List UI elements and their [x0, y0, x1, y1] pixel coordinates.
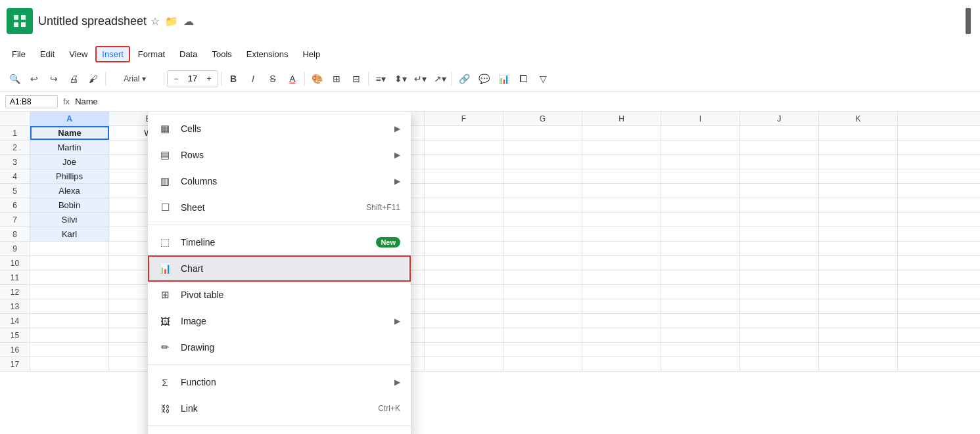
sheet-container: A B C D E F G H I J K 1NameW2Martin3Joe4… [0, 112, 980, 434]
insert-menu-item-checkbox[interactable]: ☑Checkbox [148, 430, 411, 434]
redo-btn[interactable]: ↪ [45, 70, 63, 88]
insert-menu-item-drawing[interactable]: ✏Drawing [148, 334, 411, 360]
pivot-label: Pivot table [181, 290, 400, 300]
image-label: Image [181, 316, 385, 326]
sheet-shortcut: Shift+F11 [366, 203, 400, 212]
font-size-value[interactable]: 17 [183, 74, 202, 83]
menu-divider [148, 425, 411, 426]
function-icon: Σ [158, 377, 172, 388]
menu-view[interactable]: View [62, 47, 94, 62]
divider-3 [221, 72, 222, 85]
wrap-btn[interactable]: ↵▾ [411, 70, 429, 88]
menu-tools[interactable]: Tools [205, 47, 238, 62]
timeline-label: Timeline [181, 237, 367, 248]
link-label: Link [181, 403, 369, 414]
insert-menu-item-function[interactable]: ΣFunction▶ [148, 369, 411, 395]
insert-menu-item-link[interactable]: ⛓LinkCtrl+K [148, 395, 411, 422]
paint-format-btn[interactable]: 🖌 [84, 70, 103, 88]
menu-help[interactable]: Help [296, 47, 327, 62]
rotate-btn[interactable]: ↗▾ [431, 70, 449, 88]
svg-rect-1 [21, 15, 26, 20]
comment-btn[interactable]: 💬 [475, 70, 493, 88]
font-dropdown[interactable]: Arial ▾ [108, 70, 161, 88]
dropdown-overlay: ▦Cells▶▤Rows▶▥Columns▶☐SheetShift+F11⬚Ti… [0, 112, 980, 434]
fx-icon: fx [63, 97, 70, 106]
insert-dropdown-menu: ▦Cells▶▤Rows▶▥Columns▶☐SheetShift+F11⬚Ti… [148, 112, 411, 434]
sheet-icon: ☐ [158, 202, 172, 213]
insert-menu-item-chart[interactable]: 📊Chart [148, 255, 411, 282]
title-area: Untitled spreadsheet ☆ 📁 ☁ [38, 14, 497, 28]
profile-area [966, 8, 971, 34]
insert-menu-item-cells[interactable]: ▦Cells▶ [148, 116, 411, 142]
divider-1 [105, 72, 106, 85]
star-icon[interactable]: ☆ [151, 15, 160, 28]
menu-divider [148, 225, 411, 225]
divider-2 [164, 72, 164, 85]
insert-menu-item-image[interactable]: 🖼Image▶ [148, 308, 411, 334]
chart-label: Chart [181, 263, 400, 274]
formula-bar: A1:B8 fx Name [0, 92, 980, 112]
menu-file[interactable]: File [5, 47, 32, 62]
function-arrow: ▶ [394, 378, 400, 387]
insert-menu-item-rows[interactable]: ▤Rows▶ [148, 142, 411, 168]
italic-btn[interactable]: I [244, 70, 262, 88]
insert-menu-item-timeline[interactable]: ⬚TimelineNew [148, 229, 411, 255]
borders-btn[interactable]: ⊞ [327, 70, 346, 88]
font-size-box: − 17 + [167, 70, 218, 87]
divider-4 [304, 72, 305, 85]
font-size-increase[interactable]: + [203, 73, 215, 85]
menu-extensions[interactable]: Extensions [240, 47, 295, 62]
timeline-icon: ⬚ [158, 236, 172, 248]
function-label: Function [181, 377, 385, 387]
chart-btn[interactable]: 📊 [494, 70, 513, 88]
menu-divider [148, 364, 411, 365]
undo-btn[interactable]: ↩ [25, 70, 43, 88]
sheet-label: Sheet [181, 202, 357, 213]
title-icons: ☆ 📁 ☁ [151, 15, 194, 28]
columns-arrow: ▶ [394, 177, 400, 186]
menu-edit[interactable]: Edit [34, 47, 61, 62]
svg-rect-2 [14, 22, 18, 27]
image-icon: 🖼 [158, 316, 172, 327]
bold-btn[interactable]: B [224, 70, 243, 88]
cloud-icon[interactable]: ☁ [183, 15, 194, 28]
cell-ref[interactable]: A1:B8 [5, 95, 58, 108]
columns-label: Columns [181, 176, 385, 186]
insert-menu-item-columns[interactable]: ▥Columns▶ [148, 168, 411, 194]
insert-menu-item-sheet[interactable]: ☐SheetShift+F11 [148, 194, 411, 221]
fill-color-btn[interactable]: 🎨 [308, 70, 326, 88]
rows-arrow: ▶ [394, 150, 400, 160]
insert-menu-item-pivot[interactable]: ⊞Pivot table [148, 282, 411, 308]
divider-5 [368, 72, 369, 85]
formula-input[interactable]: Name [75, 97, 975, 106]
menu-insert[interactable]: Insert [95, 46, 130, 62]
text-color-btn[interactable]: A [283, 70, 302, 88]
valign-btn[interactable]: ⬍▾ [391, 70, 409, 88]
columns-icon: ▥ [158, 175, 172, 187]
top-bar: Untitled spreadsheet ☆ 📁 ☁ [0, 0, 980, 42]
menu-format[interactable]: Format [131, 47, 172, 62]
doc-title-row: Untitled spreadsheet ☆ 📁 ☁ [38, 14, 497, 28]
link-icon: ⛓ [158, 403, 172, 414]
cells-label: Cells [181, 123, 385, 134]
strikethrough-btn[interactable]: S [264, 70, 282, 88]
filter-views-btn[interactable]: ▽ [534, 70, 552, 88]
app-icon [7, 8, 33, 34]
font-size-decrease[interactable]: − [170, 73, 182, 85]
folder-icon[interactable]: 📁 [165, 15, 178, 28]
drawing-icon: ✏ [158, 341, 172, 353]
pivot-icon: ⊞ [158, 289, 172, 301]
menu-data[interactable]: Data [173, 47, 204, 62]
print-btn[interactable]: 🖨 [64, 70, 83, 88]
cells-icon: ▦ [158, 123, 172, 135]
cells-arrow: ▶ [394, 124, 400, 133]
menu-bar: File Edit View Insert Format Data Tools … [0, 42, 980, 66]
filter-btn[interactable]: ⧠ [514, 70, 532, 88]
doc-title-text[interactable]: Untitled spreadsheet [38, 14, 147, 28]
merge-btn[interactable]: ⊟ [347, 70, 365, 88]
search-btn[interactable]: 🔍 [5, 70, 24, 88]
link-btn[interactable]: 🔗 [455, 70, 473, 88]
drawing-label: Drawing [181, 342, 400, 353]
chart-icon: 📊 [158, 263, 172, 274]
align-btn[interactable]: ≡▾ [371, 70, 390, 88]
